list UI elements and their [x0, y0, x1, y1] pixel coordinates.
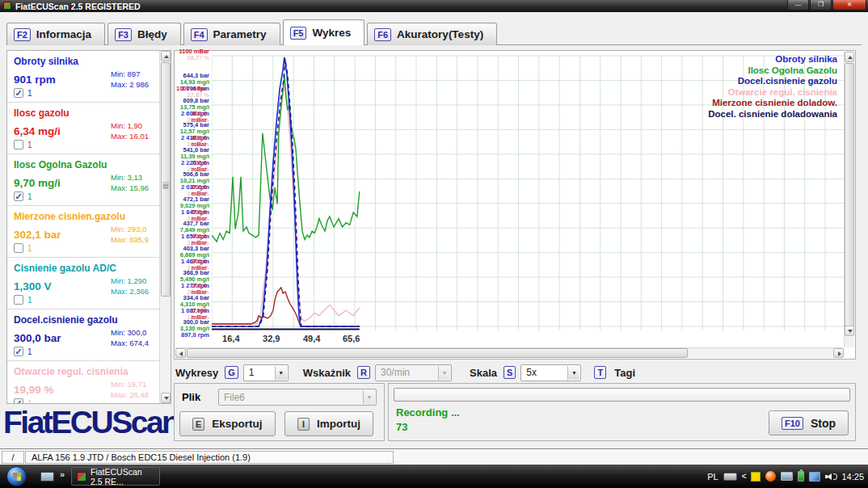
scrollbar-thumb[interactable] [845, 63, 854, 335]
toolbar-expand-icon[interactable]: » [60, 469, 65, 479]
tab-bar: F2InformacjaF3BłędyF4ParametryF5WykresF6… [6, 19, 499, 45]
parameter-checkbox[interactable]: ✓ [14, 398, 23, 404]
y-axis-label-row: 644,3 bar14,93 mg/i2 796 rpm1000 mBar27,… [175, 73, 209, 99]
chart-vertical-scrollbar[interactable] [844, 52, 854, 347]
parameter-name: Ilosc Ogolna Gazolu [14, 159, 155, 170]
wykresy-label: Wykresy [175, 367, 218, 379]
record-panel: Recording ... 73 F10 Stop [388, 383, 856, 441]
scroll-down-icon[interactable] [161, 393, 171, 403]
network-icon[interactable] [809, 472, 820, 482]
parameter-checkbox[interactable]: ✓ [14, 347, 23, 356]
show-desktop-icon[interactable] [40, 472, 54, 482]
tagi-label: Tagi [614, 367, 635, 379]
parameter-checkbox[interactable] [14, 140, 23, 149]
tab-parametry[interactable]: F4Parametry [183, 23, 280, 45]
legend-entry: Obroty silnika [708, 54, 837, 65]
wykresy-select[interactable]: 1 ▼ [243, 364, 289, 381]
close-button[interactable]: ✕ [832, 0, 866, 11]
keyboard-icon[interactable] [723, 473, 737, 481]
taskbar: » FiatECUScan 2.5 RE... PL < 14:25 [0, 465, 868, 488]
start-button[interactable] [6, 466, 27, 486]
tab-b-dy[interactable]: F3Błędy [107, 23, 181, 45]
y-axis-label-row: 368,9 bar5,490 mg/i1 277 rpm200,0 mBar20… [175, 270, 209, 296]
wskaznik-label: Wskażnik [303, 367, 351, 379]
tab-key-badge: F6 [374, 28, 391, 41]
import-button-label: Importuj [317, 418, 360, 430]
tray-app-icon-orange[interactable] [765, 471, 776, 482]
y-axis-label-row: 300,0 bar3,130 mg/i897,0 rpm [175, 319, 209, 339]
parameter-item: Mierzone cisnien.gazolu302,1 barMin: 293… [7, 206, 160, 258]
legend-entry: Docel. cisnienie doladowania [708, 109, 837, 120]
window-title: FiatECUScan 2.5 REGISTERED [15, 2, 141, 11]
volume-icon[interactable] [825, 472, 836, 482]
parameter-min-max: Min: 293,0Max: 695,9 [111, 224, 149, 245]
minimize-button[interactable]: — [787, 0, 809, 11]
taskbar-app-button[interactable]: FiatECUScan 2.5 RE... [71, 467, 160, 486]
export-button[interactable]: E Eksportuj [179, 411, 276, 436]
import-button[interactable]: I Importuj [284, 411, 373, 436]
tab-key-badge: F3 [115, 28, 132, 41]
export-key-badge: E [192, 418, 204, 431]
file-select: File6 ▼ [218, 389, 377, 406]
x-tick-label: 16,4 [222, 334, 239, 343]
parameter-checkbox[interactable] [14, 295, 23, 305]
scrollbar-thumb[interactable] [161, 62, 171, 297]
skala-key-badge: S [504, 366, 516, 379]
chart-horizontal-scrollbar[interactable] [175, 347, 844, 358]
parameter-item: Cisnienie gazolu AD/C1,300 VMin: 1,290Ma… [7, 258, 160, 309]
scrollbar-thumb[interactable] [187, 348, 688, 358]
tab-informacja[interactable]: F2Informacja [6, 23, 105, 45]
tray-expand-icon[interactable]: < [742, 472, 747, 481]
chart-panel: 1100 mBar28,77 %644,3 bar14,93 mg/i2 796… [174, 50, 856, 360]
scroll-up-icon[interactable] [161, 51, 171, 61]
stop-key-badge: F10 [782, 417, 803, 430]
export-button-label: Eksportuj [212, 418, 262, 430]
clock[interactable]: 14:25 [841, 472, 864, 482]
scroll-right-icon[interactable] [833, 348, 844, 358]
parameter-checkbox-row: 1 [14, 295, 32, 305]
parameter-checkbox-row: ✓1 [14, 398, 32, 404]
skala-label: Skala [470, 367, 497, 379]
checkbox-label: 1 [27, 192, 32, 201]
skala-select[interactable]: 5x ▼ [520, 364, 581, 381]
chevron-down-icon[interactable]: ▼ [567, 366, 579, 380]
language-indicator[interactable]: PL [707, 472, 718, 482]
parameter-checkbox[interactable]: ✓ [14, 191, 23, 201]
stop-button[interactable]: F10 Stop [769, 410, 849, 435]
tab-akuratory-testy-[interactable]: F6Akuratory(Testy) [367, 23, 497, 45]
y-axis-label-row: 506,6 bar10,21 mg/i2 037 rpm600,0 mBar24… [175, 171, 209, 197]
parameter-min-max: Min: 3,13Max: 15,96 [111, 172, 149, 193]
display-icon[interactable] [781, 472, 793, 481]
sidebar-scrollbar[interactable] [159, 51, 171, 403]
y-axis-label-row: 609,8 bar13,75 mg/i2 606 rpm900,0 mBar26… [175, 98, 209, 124]
checkbox-label: 1 [27, 399, 32, 405]
x-tick-label: 32,9 [263, 334, 280, 343]
y-axis-label-row: 437,7 bar7,849 mg/i1 657 rpm400,0 mBar22… [175, 221, 209, 246]
checkbox-label: 1 [27, 141, 32, 149]
x-tick-label: 65,6 [343, 334, 360, 343]
file-select-value: File6 [224, 392, 245, 403]
system-tray: PL < 14:25 [707, 465, 864, 488]
tab-label: Parametry [213, 28, 267, 40]
y-axis-labels: 1100 mBar28,77 %644,3 bar14,93 mg/i2 796… [175, 51, 211, 348]
parameter-item: Otwarcie regul. cisnienia19,99 %Min: 19,… [7, 361, 160, 404]
tab-wykres[interactable]: F5Wykres [283, 19, 365, 45]
battery-icon[interactable] [798, 471, 804, 482]
tab-label: Informacja [36, 28, 91, 40]
parameter-min-max: Min: 897Max: 2 986 [111, 69, 149, 90]
tray-app-icon-yellow[interactable] [751, 472, 761, 482]
chevron-down-icon[interactable]: ▼ [275, 366, 287, 380]
y-axis-label-row: 1100 mBar28,77 % [175, 48, 209, 61]
scroll-down-icon[interactable] [845, 326, 854, 336]
parameter-checkbox[interactable] [14, 243, 23, 253]
scroll-left-icon[interactable] [175, 348, 186, 358]
status-cell-vehicle: ALFA 156 1.9 JTD / Bosch EDC15 Diesel In… [25, 451, 394, 464]
scroll-up-icon[interactable] [845, 52, 854, 62]
file-panel: Plik File6 ▼ E Eksportuj I Importuj [174, 383, 385, 441]
checkbox-label: 1 [27, 89, 32, 98]
parameter-checkbox[interactable]: ✓ [14, 88, 23, 98]
tab-key-badge: F5 [290, 27, 307, 40]
parameter-checkbox-row: 1 [14, 140, 32, 149]
maximize-button[interactable]: ❐ [810, 0, 832, 11]
y-axis-label-row: 334,4 bar4,310 mg/i1 087 rpm0,000 mBar19… [175, 295, 209, 321]
